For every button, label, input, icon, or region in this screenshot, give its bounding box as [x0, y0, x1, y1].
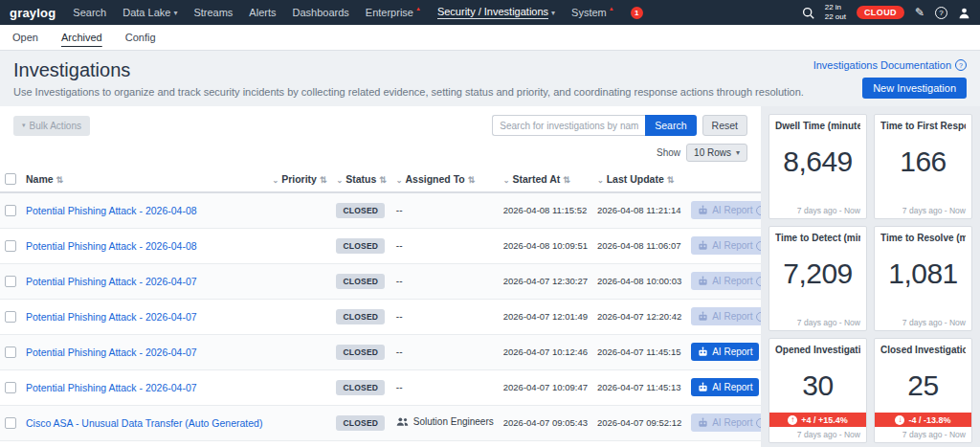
nav-item-security-investigations[interactable]: Security / Investigations ▾: [437, 6, 555, 19]
column-header-last-update[interactable]: ⌄Last Update⇅: [592, 166, 686, 192]
investigations-tbody: Potential Phishing Attack - 2026-04-08 C…: [0, 192, 798, 440]
status-badge: CLOSED: [336, 203, 385, 218]
table-row: Potential Phishing Attack - 2026-04-08 C…: [0, 228, 798, 263]
metric-card-time-to-resolve-minu: Time to Resolve (minu... 1,081 7 days ag…: [874, 226, 972, 331]
investigations-table: Name⇅ ⌄Priority⇅ ⌄Status⇅ ⌄Assigned To⇅ …: [0, 166, 798, 441]
ai-report-button[interactable]: AI Report i: [691, 343, 759, 361]
help-icon[interactable]: ?: [935, 7, 947, 19]
metric-card-closed-investigations: Closed Investigations 25 ↓ -4 / -13.8% 7…: [874, 338, 972, 443]
column-header-started-at[interactable]: ⌄Started At⇅: [499, 166, 592, 192]
metric-title: Time to Resolve (minu...: [880, 233, 966, 243]
user-avatar-icon[interactable]: [958, 7, 970, 19]
nav-item-system[interactable]: System ▲: [571, 7, 614, 18]
chevron-down-icon[interactable]: ⌄: [503, 176, 510, 185]
investigation-link[interactable]: Potential Phishing Attack - 2026-04-07: [26, 346, 197, 358]
tab-config[interactable]: Config: [125, 32, 156, 43]
row-checkbox[interactable]: [5, 240, 16, 252]
status-badge: CLOSED: [336, 380, 385, 395]
assigned-to-value: --: [396, 382, 403, 392]
chevron-down-icon: ▾: [173, 9, 177, 17]
search-input[interactable]: [492, 115, 645, 136]
page-subtitle: Use Investigations to organize and track…: [13, 86, 967, 98]
tab-archived[interactable]: Archived: [61, 32, 102, 43]
column-header-status[interactable]: ⌄Status⇅: [331, 166, 390, 192]
trend-arrow-icon: ↓: [895, 415, 904, 425]
column-header-assigned-to[interactable]: ⌄Assigned To⇅: [391, 166, 499, 192]
sort-icon[interactable]: ⇅: [667, 175, 675, 185]
nav-item-data-lake[interactable]: Data Lake ▾: [122, 7, 177, 18]
sort-icon[interactable]: ⇅: [56, 175, 64, 185]
chevron-down-icon: ▾: [736, 148, 740, 157]
investigation-link[interactable]: Potential Phishing Attack - 2026-04-07: [26, 311, 197, 323]
robot-icon: [698, 205, 708, 215]
documentation-link[interactable]: Investigations Documentation ?: [813, 59, 967, 71]
sort-icon[interactable]: ⇅: [320, 175, 327, 185]
row-checkbox[interactable]: [5, 382, 16, 393]
status-badge: CLOSED: [336, 345, 385, 360]
investigation-link[interactable]: Potential Phishing Attack - 2026-04-08: [26, 205, 197, 216]
nav-item-search[interactable]: Search: [73, 7, 106, 18]
nav-item-enterprise[interactable]: Enterprise ▲: [366, 7, 421, 18]
chevron-down-icon[interactable]: ⌄: [336, 176, 343, 185]
rows-per-page-dropdown[interactable]: 10 Rows ▾: [686, 144, 747, 162]
started-at-value: 2026-04-07 12:01:49: [499, 299, 592, 334]
nav-item-dashboards[interactable]: Dashboards: [292, 7, 348, 18]
chevron-down-icon: ▾: [551, 9, 555, 17]
table-row: Potential Phishing Attack - 2026-04-07 C…: [0, 263, 798, 299]
row-checkbox[interactable]: [5, 276, 16, 287]
chevron-down-icon[interactable]: ⌄: [597, 176, 604, 185]
content: ▾ Bulk Actions Search Reset Show 10 Rows…: [0, 106, 980, 447]
metric-time-range: 7 days ago - Now: [902, 206, 966, 215]
status-badge: CLOSED: [336, 274, 385, 289]
notification-badge[interactable]: 1: [631, 7, 643, 19]
chevron-down-icon[interactable]: ⌄: [272, 176, 278, 185]
table-row: Potential Phishing Attack - 2026-04-08 C…: [0, 192, 798, 228]
last-update-value: 2026-04-08 11:21:14: [592, 192, 686, 228]
nav-item-alerts[interactable]: Alerts: [249, 7, 276, 18]
assigned-to-value: Solution Engineers: [396, 416, 494, 427]
enterprise-flag-icon: ▲: [609, 6, 614, 11]
table-toolbar: ▾ Bulk Actions Search Reset: [13, 115, 747, 136]
investigation-link[interactable]: Potential Phishing Attack - 2026-04-08: [26, 240, 197, 252]
search-icon[interactable]: [802, 7, 814, 19]
reset-button[interactable]: Reset: [702, 115, 747, 136]
metric-card-time-to-detect-minutes: Time to Detect (minutes) 7,209 7 days ag…: [768, 226, 867, 331]
sort-icon[interactable]: ⇅: [468, 175, 476, 185]
investigation-link[interactable]: Cisco ASA - Unusual Data Transfer (Auto …: [26, 417, 262, 429]
sort-icon[interactable]: ⇅: [379, 175, 387, 185]
assigned-to-value: --: [396, 346, 403, 357]
top-navbar: graylog Search Data Lake ▾ Streams Alert…: [0, 0, 980, 25]
metrics-panel: Dwell Time (minutes) 8,649 7 days ago - …: [761, 106, 980, 447]
row-checkbox[interactable]: [5, 417, 16, 429]
table-header-row: Name⇅ ⌄Priority⇅ ⌄Status⇅ ⌄Assigned To⇅ …: [0, 166, 798, 192]
row-checkbox[interactable]: [5, 311, 16, 323]
nav-item-streams[interactable]: Streams: [193, 7, 233, 18]
ai-report-button[interactable]: AI Report i: [691, 378, 759, 396]
page-header: Investigations Use Investigations to org…: [0, 51, 980, 106]
sort-icon[interactable]: ⇅: [563, 175, 570, 185]
column-header-name[interactable]: Name⇅: [21, 166, 267, 192]
assigned-to-value: --: [396, 240, 403, 251]
search-button[interactable]: Search: [645, 115, 696, 136]
row-checkbox[interactable]: [5, 346, 16, 358]
metric-card-time-to-first-respons: Time to First Respons... 166 7 days ago …: [874, 114, 972, 219]
cloud-badge[interactable]: CLOUD: [857, 6, 904, 19]
investigation-link[interactable]: Potential Phishing Attack - 2026-04-07: [26, 276, 197, 287]
robot-icon: [698, 346, 708, 357]
trend-arrow-icon: ↑: [788, 415, 797, 425]
tab-open[interactable]: Open: [12, 32, 38, 43]
select-all-checkbox[interactable]: [5, 173, 16, 185]
compose-pencil-icon[interactable]: ✎: [915, 7, 924, 18]
row-checkbox[interactable]: [5, 205, 16, 216]
column-header-priority[interactable]: ⌄Priority⇅: [267, 166, 331, 192]
search-group: Search Reset: [492, 115, 747, 136]
metric-title: Closed Investigations: [880, 345, 966, 355]
status-badge: CLOSED: [336, 238, 385, 254]
investigations-panel: ▾ Bulk Actions Search Reset Show 10 Rows…: [0, 106, 761, 447]
chevron-down-icon[interactable]: ⌄: [396, 176, 403, 185]
graylog-logo: graylog: [10, 6, 56, 20]
metric-card-opened-investigations: Opened Investigations 30 ↑ +4 / +15.4% 7…: [768, 338, 867, 443]
new-investigation-button[interactable]: New Investigation: [862, 78, 967, 99]
investigation-link[interactable]: Potential Phishing Attack - 2026-04-07: [26, 382, 197, 393]
bulk-actions-button[interactable]: ▾ Bulk Actions: [13, 116, 90, 136]
